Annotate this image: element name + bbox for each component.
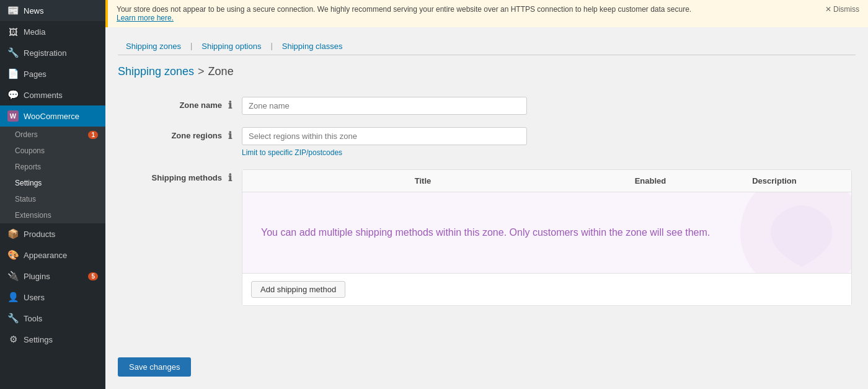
sidebar-item-label: Users [24,293,98,302]
dismiss-icon: ✕ [825,5,831,14]
orders-badge: 1 [88,131,98,139]
notice-bar: Your store does not appear to be using a… [105,0,868,27]
sidebar-item-label: Registration [24,48,98,58]
methods-table-container: Title Enabled Description You can add mu… [242,169,852,306]
zone-regions-info-icon[interactable]: ℹ [228,130,232,141]
sidebar-item-label: Settings [24,335,98,344]
registration-icon: 🔧 [7,47,19,58]
users-icon: 👤 [7,292,19,303]
sidebar-item-label: Tools [24,314,98,323]
zone-regions-control: Limit to specific ZIP/postcodes [242,121,856,163]
main-content: Your store does not appear to be using a… [105,0,868,389]
sidebar-item-comments[interactable]: 💬 Comments [0,84,105,105]
sidebar-item-label: Media [24,27,98,37]
notice-text: Your store does not appear to be using a… [117,5,691,22]
comments-icon: 💬 [7,89,19,101]
methods-empty-text: You can add multiple shipping methods wi… [261,225,710,240]
tab-shipping-options[interactable]: Shipping options [193,37,269,55]
zone-name-control [242,91,856,121]
tab-shipping-zones[interactable]: Shipping zones [118,37,189,55]
dismiss-label: Dismiss [833,5,859,14]
sidebar-item-appearance[interactable]: 🎨 Appearance [0,244,105,266]
sidebar-item-label: Plugins [24,272,83,281]
sidebar-item-registration[interactable]: 🔧 Registration [0,42,105,63]
sidebar-item-label: Comments [24,91,98,100]
zone-name-row: Zone name ℹ [118,91,856,121]
sidebar-item-label: News [24,6,98,16]
breadcrumb-separator: > [198,65,205,78]
col-description: Description [706,176,843,186]
zone-regions-label: Zone regions ℹ [118,121,242,163]
zone-regions-input[interactable] [242,127,527,145]
submenu-label: Settings [15,179,98,187]
sidebar-item-media[interactable]: 🖼 Media [0,21,105,42]
add-shipping-method-button[interactable]: Add shipping method [251,281,345,298]
sidebar-item-label: WooCommerce [24,112,98,121]
sidebar-item-reports[interactable]: Reports [0,159,105,175]
tab-shipping-classes[interactable]: Shipping classes [274,37,351,55]
submenu-label: Extensions [15,211,98,220]
sidebar-item-coupons[interactable]: Coupons [0,143,105,159]
news-icon: 📰 [7,5,19,16]
sidebar-item-label: Products [24,230,98,239]
col-title: Title [251,176,595,186]
sidebar-item-plugins[interactable]: 🔌 Plugins 5 [0,266,105,287]
sidebar: 📰 News 🖼 Media 🔧 Registration 📄 Pages 💬 … [0,0,105,389]
sidebar-item-pages[interactable]: 📄 Pages [0,63,105,84]
zone-name-input[interactable] [242,97,527,115]
submenu-label: Reports [15,163,98,171]
shipping-methods-info-icon[interactable]: ℹ [228,172,232,184]
methods-footer: Add shipping method [242,273,851,305]
breadcrumb-parent[interactable]: Shipping zones [118,65,194,78]
sidebar-item-users[interactable]: 👤 Users [0,287,105,308]
shipping-methods-row: Shipping methods ℹ Title Enabled Descrip… [118,163,856,312]
submenu-label: Coupons [15,146,98,155]
sidebar-item-label: Pages [24,69,98,79]
submenu-label: Orders [15,130,83,139]
woo-submenu: Orders 1 Coupons Reports Settings Status… [0,127,105,223]
settings-icon: ⚙ [7,334,19,345]
methods-table-header: Title Enabled Description [242,170,851,192]
shipping-methods-control: Title Enabled Description You can add mu… [242,163,856,312]
zone-form: Zone name ℹ Zone regions ℹ [118,91,856,312]
woocommerce-icon: W [7,110,19,122]
shipping-tabs: Shipping zones | Shipping options | Ship… [118,37,856,55]
appearance-icon: 🎨 [7,249,19,261]
submenu-label: Status [15,195,98,203]
dismiss-button[interactable]: ✕ Dismiss [825,5,859,14]
sidebar-item-orders[interactable]: Orders 1 [0,127,105,143]
sidebar-item-label: Appearance [24,251,98,260]
plugins-icon: 🔌 [7,271,19,282]
sidebar-item-woocommerce[interactable]: W WooCommerce [0,105,105,127]
tools-icon: 🔧 [7,313,19,324]
decorative-bg-icon [733,192,851,273]
sidebar-item-tools[interactable]: 🔧 Tools [0,308,105,329]
sidebar-item-settings[interactable]: ⚙ Settings [0,329,105,350]
media-icon: 🖼 [7,26,19,37]
zone-name-label: Zone name ℹ [118,91,242,121]
sidebar-item-news[interactable]: 📰 News [0,0,105,21]
sidebar-item-extensions[interactable]: Extensions [0,207,105,223]
methods-empty-state: You can add multiple shipping methods wi… [242,192,851,273]
save-section: Save changes [105,350,868,389]
sidebar-item-products[interactable]: 📦 Products [0,223,105,244]
col-enabled: Enabled [595,176,706,186]
zone-regions-row: Zone regions ℹ Limit to specific ZIP/pos… [118,121,856,163]
sidebar-item-status[interactable]: Status [0,191,105,207]
shipping-methods-label: Shipping methods ℹ [118,163,242,312]
notice-link[interactable]: Learn more here. [117,14,174,22]
save-changes-button[interactable]: Save changes [118,357,191,377]
content-area: Shipping zones | Shipping options | Ship… [105,27,868,350]
limit-zip-link[interactable]: Limit to specific ZIP/postcodes [242,148,342,157]
pages-icon: 📄 [7,68,19,79]
products-icon: 📦 [7,228,19,239]
zone-name-info-icon[interactable]: ℹ [228,99,232,111]
plugins-badge: 5 [88,272,98,280]
breadcrumb: Shipping zones > Zone [118,65,856,78]
sidebar-item-woo-settings[interactable]: Settings [0,175,105,191]
breadcrumb-current: Zone [208,65,234,78]
